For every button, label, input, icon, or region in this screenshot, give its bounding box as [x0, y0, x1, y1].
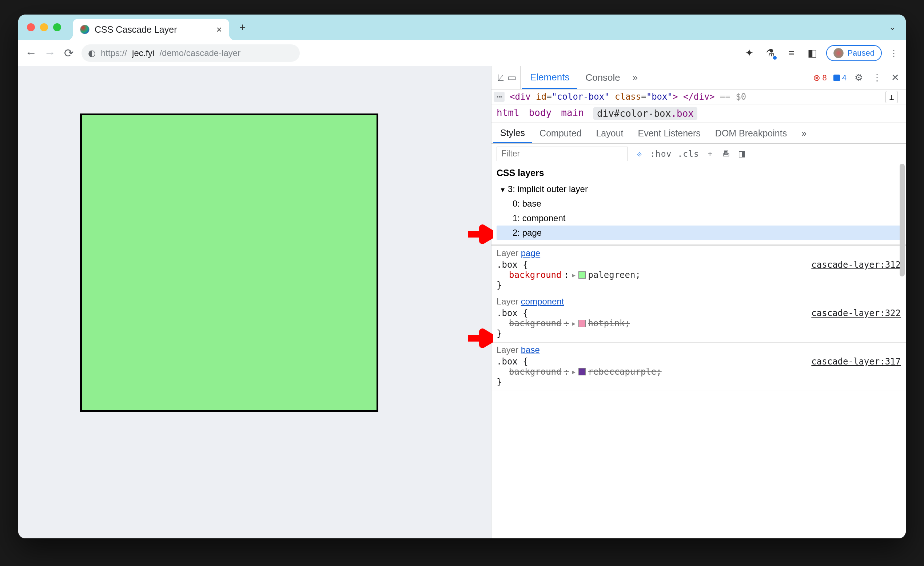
layer-item-component[interactable]: 1: component: [496, 211, 901, 225]
paused-label: Paused: [847, 48, 874, 58]
dom-ellipsis-icon[interactable]: ⋯: [494, 92, 504, 102]
device-toolbar-icon[interactable]: ▭: [507, 72, 517, 83]
omnibox[interactable]: ◐ https://jec.fyi/demo/cascade-layer: [81, 44, 300, 62]
css-value: hotpink;: [588, 318, 630, 329]
page-viewport: [18, 66, 491, 538]
subtabs-overflow[interactable]: »: [794, 123, 814, 143]
crumb-html[interactable]: html: [496, 107, 519, 120]
profile-paused-button[interactable]: Paused: [826, 45, 882, 61]
styles-filter-row: ⟐ :hov .cls + 🖶 ◨: [492, 144, 906, 164]
error-count-badge[interactable]: 8: [813, 73, 827, 83]
subtab-dom-breakpoints[interactable]: DOM Breakpoints: [708, 123, 794, 143]
css-property: background: [509, 270, 562, 280]
dom-node-line[interactable]: ⋯ <div id="color-box" class="box" > </di…: [492, 90, 906, 104]
new-style-rule-button[interactable]: +: [702, 149, 718, 159]
forward-button[interactable]: →: [44, 46, 56, 60]
new-tab-button[interactable]: +: [239, 21, 246, 33]
expand-shorthand-icon[interactable]: ▸: [571, 318, 576, 329]
browser-tab[interactable]: CSS Cascade Layer ×: [73, 19, 229, 40]
maximize-window-button[interactable]: [53, 23, 61, 31]
css-layers-title: CSS layers: [496, 168, 901, 178]
color-swatch-icon[interactable]: [578, 368, 586, 375]
style-rule[interactable]: Layer base .box { cascade-layer:317 back…: [492, 343, 906, 391]
inspect-icon[interactable]: ⟀: [498, 72, 504, 83]
css-value: palegreen;: [588, 270, 640, 280]
url-path: /demo/cascade-layer: [159, 48, 240, 58]
cls-toggle[interactable]: .cls: [675, 149, 702, 159]
crumb-body[interactable]: body: [529, 107, 552, 120]
layer-link-page[interactable]: page: [521, 248, 540, 258]
css-layers-panel: CSS layers 3: implicit outer layer 0: ba…: [492, 164, 906, 246]
layer-link-base[interactable]: base: [521, 345, 540, 355]
layers-toggle-icon[interactable]: ⟐: [631, 149, 647, 159]
color-swatch-icon[interactable]: [578, 271, 586, 279]
tab-bar: CSS Cascade Layer × + ⌄: [18, 15, 906, 40]
close-window-button[interactable]: [27, 23, 35, 31]
annotation-arrow-icon: [468, 223, 493, 245]
layer-tree-root[interactable]: 3: implicit outer layer: [496, 182, 901, 197]
side-panel-icon[interactable]: ◧: [805, 47, 820, 59]
layer-item-base[interactable]: 0: base: [496, 197, 901, 211]
dom-breadcrumb: html body main div#color-box.box: [492, 104, 906, 123]
devtools-panel: ⟀ ▭ Elements Console » 8 4 ⚙ ⋮ ✕ ⋯: [491, 66, 906, 538]
tab-console[interactable]: Console: [578, 66, 628, 89]
expand-shorthand-icon[interactable]: ▸: [571, 270, 576, 280]
settings-icon[interactable]: ⚙: [853, 72, 864, 83]
hov-toggle[interactable]: :hov: [647, 149, 675, 159]
more-menu-icon[interactable]: ⋮: [871, 72, 883, 83]
rule-selector: .box {: [496, 260, 528, 270]
extensions-icon[interactable]: ✦: [742, 47, 756, 59]
subtab-computed[interactable]: Computed: [532, 123, 589, 143]
style-rules-list: Layer page .box { cascade-layer:312 back…: [492, 246, 906, 538]
css-property: background: [509, 367, 562, 377]
favicon-icon: [80, 25, 90, 34]
labs-icon[interactable]: ⚗: [763, 47, 777, 59]
styles-print-icon[interactable]: 🖶: [718, 149, 734, 159]
tabs-overflow-button[interactable]: »: [628, 72, 642, 83]
url-host: jec.fyi: [132, 48, 154, 58]
subtab-event-listeners[interactable]: Event Listeners: [631, 123, 708, 143]
close-devtools-icon[interactable]: ✕: [890, 72, 901, 83]
devtools-tab-strip: ⟀ ▭ Elements Console » 8 4 ⚙ ⋮ ✕: [492, 66, 906, 90]
tab-close-button[interactable]: ×: [216, 24, 222, 35]
subtab-styles[interactable]: Styles: [493, 123, 532, 143]
back-button[interactable]: ←: [25, 46, 37, 60]
subtab-layout[interactable]: Layout: [589, 123, 630, 143]
rule-selector: .box {: [496, 308, 528, 318]
styles-filter-input[interactable]: [496, 147, 627, 161]
layer-item-page[interactable]: 2: page: [496, 225, 901, 240]
reading-list-icon[interactable]: ≡: [784, 47, 798, 59]
chrome-menu-button[interactable]: ⋮: [888, 48, 899, 58]
color-box: [80, 114, 378, 412]
rule-source-link[interactable]: cascade-layer:322: [811, 308, 901, 318]
rule-selector: .box {: [496, 356, 528, 367]
crumb-main[interactable]: main: [561, 107, 584, 120]
color-swatch-icon[interactable]: [578, 320, 586, 327]
style-rule[interactable]: Layer page .box { cascade-layer:312 back…: [492, 246, 906, 294]
accessibility-icon[interactable]: ⟂: [885, 91, 898, 103]
expand-shorthand-icon[interactable]: ▸: [571, 367, 576, 377]
window-controls: [23, 23, 66, 31]
css-value: rebeccapurple;: [588, 367, 662, 377]
rule-source-link[interactable]: cascade-layer:312: [811, 260, 901, 270]
tab-elements[interactable]: Elements: [522, 66, 578, 89]
styles-subtabs: Styles Computed Layout Event Listeners D…: [492, 123, 906, 144]
layer-link-component[interactable]: component: [521, 296, 564, 306]
avatar-icon: [833, 48, 844, 58]
annotation-arrow-icon: [468, 327, 493, 349]
tabs-dropdown-button[interactable]: ⌄: [889, 23, 896, 32]
url-scheme: https://: [101, 48, 127, 58]
css-property: background: [509, 318, 562, 329]
message-count-badge[interactable]: 4: [833, 73, 846, 83]
content-area: ⟀ ▭ Elements Console » 8 4 ⚙ ⋮ ✕ ⋯: [18, 66, 906, 538]
computed-panel-toggle-icon[interactable]: ◨: [734, 149, 750, 159]
scrollbar-thumb[interactable]: [900, 164, 905, 276]
style-rule[interactable]: Layer component .box { cascade-layer:322…: [492, 294, 906, 343]
reload-button[interactable]: ⟳: [63, 46, 75, 60]
crumb-selected[interactable]: div#color-box.box: [593, 107, 698, 120]
rule-source-link[interactable]: cascade-layer:317: [811, 356, 901, 367]
address-bar: ← → ⟳ ◐ https://jec.fyi/demo/cascade-lay…: [18, 40, 906, 66]
browser-window: CSS Cascade Layer × + ⌄ ← → ⟳ ◐ https://…: [18, 15, 906, 538]
minimize-window-button[interactable]: [40, 23, 48, 31]
site-info-icon[interactable]: ◐: [88, 48, 96, 58]
